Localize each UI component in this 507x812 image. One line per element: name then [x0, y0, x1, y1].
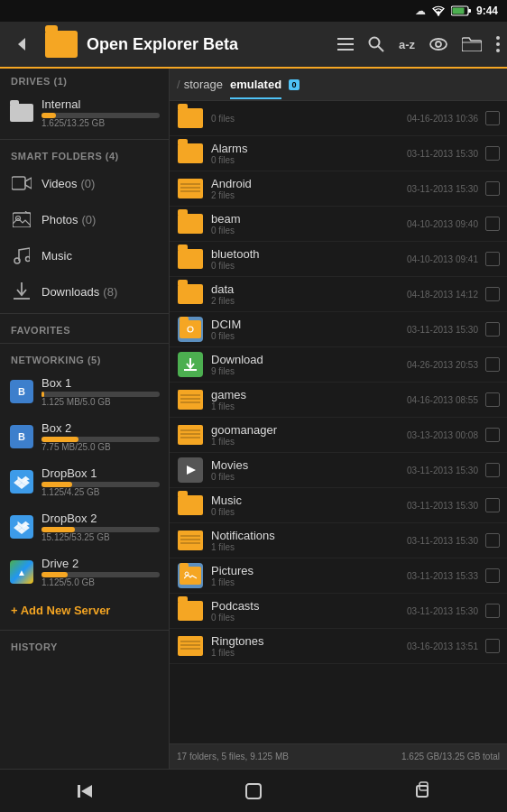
file-checkbox-notifications[interactable]	[485, 533, 500, 548]
file-meta-pictures: 1 files	[211, 577, 400, 587]
back-button[interactable]	[7, 30, 36, 59]
file-name-alarms: Alarms	[211, 142, 400, 155]
sidebar-item-box2[interactable]: B Box 2 7.75 MB/25.0 GB	[0, 414, 169, 459]
file-item-games[interactable]: games 1 files 04-16-2013 08:55	[170, 383, 507, 418]
dropbox2-name: DropBox 2	[41, 512, 160, 525]
file-checkbox-alarms[interactable]	[485, 146, 500, 161]
file-checkbox-bluetooth[interactable]	[485, 252, 500, 266]
file-checkbox-music[interactable]	[485, 498, 500, 512]
file-checkbox-data[interactable]	[485, 287, 500, 301]
sidebar-item-dropbox1[interactable]: DropBox 1 1.125/4.25 GB	[0, 459, 169, 504]
sidebar-item-music[interactable]: Music	[0, 237, 169, 273]
file-name-data: data	[211, 282, 400, 296]
file-item-beam[interactable]: beam 0 files 04-10-2013 09:40	[170, 207, 507, 242]
drives-section-header: DRIVES (1)	[0, 69, 169, 90]
more-options-button[interactable]	[496, 36, 500, 52]
nav-recents-button[interactable]	[395, 773, 449, 809]
file-name-goomanager: goomanager	[211, 423, 400, 437]
file-checkbox-android[interactable]	[485, 181, 500, 196]
view-button[interactable]	[429, 38, 447, 51]
svg-point-12	[496, 36, 500, 40]
networking-divider	[0, 630, 169, 631]
sidebar-item-internal[interactable]: Internal 1.625/13.25 GB	[0, 90, 169, 135]
sidebar-item-videos[interactable]: Videos (0)	[0, 165, 169, 201]
bottom-status-left: 17 folders, 5 files, 9.125 MB	[177, 752, 289, 761]
download-icon	[9, 281, 34, 302]
file-item-data[interactable]: data 2 files 04-18-2013 14:12	[170, 277, 507, 312]
sidebar-item-drive2[interactable]: ▲ Drive 2 1.125/5.0 GB	[0, 549, 169, 595]
file-checkbox-beam[interactable]	[485, 217, 500, 231]
file-item-movies[interactable]: Movies 0 files 03-11-2013 15:30	[170, 453, 507, 488]
file-name-android: Android	[211, 177, 400, 190]
toolbar: Open Explorer Beta a-z	[0, 22, 507, 69]
add-server-button[interactable]: + Add New Server	[0, 595, 169, 626]
file-item-android[interactable]: Android 2 files 03-11-2013 15:30	[170, 171, 507, 207]
photo-icon	[9, 208, 34, 230]
file-item-unnamed[interactable]: 0 files 04-16-2013 10:36	[170, 101, 507, 136]
drive2-sub: 1.125/5.0 GB	[41, 577, 160, 587]
file-checkbox-games[interactable]	[485, 392, 500, 407]
file-meta-goomanager: 1 files	[211, 437, 400, 447]
file-date-alarms: 03-11-2013 15:30	[407, 149, 478, 159]
breadcrumb-underline	[230, 97, 281, 99]
sidebar-item-box1[interactable]: B Box 1 1.125 MB/5.0 GB	[0, 369, 169, 414]
file-checkbox-podcasts[interactable]	[485, 604, 500, 618]
file-name-movies: Movies	[211, 458, 400, 472]
search-button[interactable]	[368, 36, 384, 52]
file-item-podcasts[interactable]: Podcasts 0 files 03-11-2013 15:30	[170, 594, 507, 629]
svg-rect-40	[417, 786, 428, 797]
folder-icon-alarms	[177, 142, 204, 165]
sidebar-item-dropbox2[interactable]: DropBox 2 15.125/53.25 GB	[0, 504, 169, 549]
folder-icon-goomanager	[177, 423, 204, 447]
file-checkbox-download[interactable]	[485, 357, 500, 372]
breadcrumb-bar: / storage emulated 0	[170, 69, 507, 101]
box1-icon: B	[9, 379, 34, 404]
video-icon	[9, 172, 34, 194]
sidebar-item-downloads[interactable]: Downloads (8)	[0, 273, 169, 309]
folder-icon-music	[177, 494, 204, 517]
breadcrumb-storage[interactable]: storage	[184, 78, 223, 91]
internal-drive-icon	[9, 102, 34, 124]
file-item-goomanager[interactable]: goomanager 1 files 03-13-2013 00:08	[170, 418, 507, 453]
breadcrumb-emulated[interactable]: emulated	[230, 78, 281, 91]
folder-icon-bluetooth	[177, 247, 204, 271]
file-item-music[interactable]: Music 0 files 03-11-2013 15:30	[170, 488, 507, 523]
networking-section-header: NETWORKING (5)	[0, 347, 169, 369]
file-checkbox-pictures[interactable]	[485, 568, 500, 583]
svg-rect-15	[12, 177, 25, 189]
nav-home-button[interactable]	[226, 773, 281, 809]
breadcrumb-tab-indicator[interactable]: 0	[289, 79, 300, 90]
file-date-unnamed: 04-16-2013 10:36	[407, 114, 478, 124]
file-checkbox-ringtones[interactable]	[485, 639, 500, 653]
breadcrumb-root-separator: /	[177, 78, 180, 91]
file-item-dcim[interactable]: DCIM 0 files 03-11-2013 15:30	[170, 312, 507, 347]
file-checkbox-movies[interactable]	[485, 463, 500, 477]
file-item-pictures[interactable]: Pictures 1 files 03-11-2013 15:33	[170, 558, 507, 594]
file-checkbox-unnamed[interactable]	[485, 111, 500, 125]
folder-open-button[interactable]	[462, 37, 482, 51]
file-date-ringtones: 03-16-2013 13:51	[407, 641, 478, 651]
folder-icon-download	[177, 353, 204, 376]
file-item-notifications[interactable]: Notifications 1 files 03-11-2013 15:30	[170, 523, 507, 558]
folder-icon-games	[177, 388, 204, 411]
sidebar-item-photos[interactable]: Photos (0)	[0, 201, 169, 237]
videos-label: Videos (0)	[41, 177, 160, 190]
app-title: Open Explorer Beta	[87, 35, 330, 54]
file-item-alarms[interactable]: Alarms 0 files 03-11-2013 15:30	[170, 136, 507, 171]
file-item-download[interactable]: Download 9 files 04-26-2013 20:53	[170, 347, 507, 383]
sort-az-button[interactable]: a-z	[399, 38, 415, 51]
nav-back-button[interactable]	[58, 773, 112, 809]
file-date-pictures: 03-11-2013 15:33	[407, 571, 478, 581]
svg-rect-7	[337, 49, 354, 51]
app-folder-icon	[43, 26, 79, 62]
file-meta-bluetooth: 0 files	[211, 261, 400, 271]
file-meta-data: 2 files	[211, 296, 400, 306]
file-item-bluetooth[interactable]: bluetooth 0 files 04-10-2013 09:41	[170, 242, 507, 277]
box1-name: Box 1	[41, 376, 160, 390]
folder-icon-dcim	[177, 318, 204, 341]
file-checkbox-dcim[interactable]	[485, 322, 500, 337]
file-date-goomanager: 03-13-2013 00:08	[407, 430, 478, 440]
file-checkbox-goomanager[interactable]	[485, 428, 500, 442]
menu-button[interactable]	[337, 38, 354, 51]
file-item-ringtones[interactable]: Ringtones 1 files 03-16-2013 13:51	[170, 629, 507, 664]
